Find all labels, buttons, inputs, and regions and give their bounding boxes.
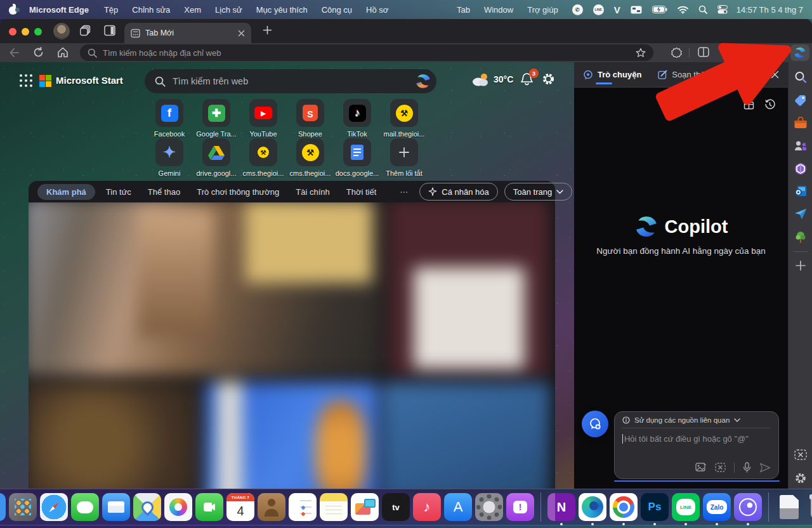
menubar-clock[interactable]: 14:57 Th 5 4 thg 7 — [737, 5, 803, 15]
v-status-icon[interactable]: V — [614, 4, 620, 15]
shortcut-mail-thegioididong[interactable]: ⚒ — [390, 99, 418, 127]
spotlight-search-icon[interactable] — [698, 5, 707, 14]
dock-launchpad[interactable] — [9, 493, 37, 521]
menu-tab[interactable]: Tab — [457, 5, 470, 15]
more-tabs-button[interactable]: ⋯ — [400, 187, 409, 197]
sidebar-screenshot-icon[interactable] — [794, 449, 807, 460]
settings-gear-icon[interactable] — [542, 72, 555, 86]
copilot-colorful-icon[interactable] — [415, 73, 431, 89]
viber-status-icon[interactable]: ✆ — [572, 4, 583, 15]
shortcut-google-docs[interactable] — [343, 138, 371, 166]
tab-actions-icon[interactable] — [104, 25, 115, 36]
close-copilot-icon[interactable] — [771, 70, 779, 79]
menu-help[interactable]: Trợ giúp — [527, 5, 558, 15]
address-bar[interactable] — [80, 44, 653, 61]
shortcut-google-translate[interactable]: ✚ — [202, 99, 230, 127]
menu-file[interactable]: Tệp — [104, 5, 118, 15]
start-brand[interactable]: Microsoft Start — [56, 75, 123, 86]
weather-widget[interactable]: 30°C — [471, 72, 513, 87]
dock-facetime[interactable] — [195, 493, 223, 521]
dock-maps[interactable] — [133, 493, 161, 521]
mic-icon[interactable] — [743, 462, 751, 473]
web-search-input[interactable] — [173, 76, 408, 86]
sidebar-drop-icon[interactable] — [794, 208, 807, 220]
wifi-icon[interactable] — [678, 6, 688, 14]
full-page-button[interactable]: Toàn trang — [504, 183, 572, 201]
shortcut-cms-1[interactable]: ⚒ — [249, 138, 277, 166]
shortcut-facebook[interactable]: f — [155, 99, 183, 127]
sidebar-search-icon[interactable] — [794, 71, 806, 83]
app-launcher-grid-icon[interactable] — [19, 74, 33, 88]
control-center-icon[interactable] — [717, 5, 728, 14]
history-icon[interactable] — [764, 99, 775, 110]
dock-messages[interactable] — [71, 493, 99, 521]
dock-mail[interactable] — [102, 493, 130, 521]
dock-music[interactable]: ♪ — [413, 493, 441, 521]
dock-zalo[interactable] — [703, 493, 731, 521]
address-input[interactable] — [103, 48, 630, 58]
sidebar-games-icon[interactable] — [794, 140, 807, 152]
menu-window[interactable]: Window — [484, 5, 513, 15]
dock-appletv[interactable]: tv — [382, 493, 410, 521]
dock-edge[interactable] — [579, 493, 606, 521]
sidebar-m365-icon[interactable] — [794, 162, 807, 175]
shortcut-cms-2[interactable]: ⚒ — [296, 138, 324, 166]
dock-finder[interactable] — [0, 493, 6, 521]
dock-notes[interactable] — [320, 493, 348, 521]
tab-finance[interactable]: Tài chính — [296, 187, 329, 197]
dock-onenote[interactable]: N — [547, 493, 575, 521]
collections-icon[interactable] — [722, 47, 734, 58]
dock-calendar[interactable]: THÁNG 74 — [226, 493, 254, 521]
workspaces-icon[interactable] — [80, 25, 92, 37]
dock-viber[interactable] — [734, 493, 762, 521]
minimize-window-button[interactable] — [22, 28, 29, 36]
menu-edit[interactable]: Chỉnh sửa — [132, 5, 170, 15]
back-icon[interactable] — [9, 48, 20, 58]
sidebar-outlook-icon[interactable] — [794, 185, 807, 197]
copilot-toolbar-button[interactable] — [790, 44, 809, 61]
news-feed[interactable] — [29, 202, 555, 489]
apple-menu-icon[interactable] — [9, 4, 18, 15]
home-icon[interactable] — [57, 47, 69, 58]
sidebar-add-icon[interactable] — [795, 260, 806, 271]
whats-new-gift-icon[interactable] — [743, 99, 754, 110]
menu-tools[interactable]: Công cụ — [322, 5, 352, 15]
menubar-app-name[interactable]: Microsoft Edge — [29, 5, 89, 15]
shortcut-tiktok[interactable]: ♪ — [343, 99, 371, 127]
add-shortcut-tile[interactable] — [390, 138, 418, 166]
dock-document[interactable] — [775, 493, 803, 521]
dock-freeform[interactable] — [351, 493, 379, 521]
dock-line[interactable] — [672, 493, 700, 521]
tab-news[interactable]: Tin tức — [106, 187, 131, 197]
dock-contacts[interactable] — [258, 493, 285, 521]
favorite-star-icon[interactable] — [636, 48, 646, 58]
shortcut-gemini[interactable]: ✦ — [155, 138, 183, 166]
dock-photos[interactable] — [164, 493, 192, 521]
dock-tips[interactable] — [506, 493, 534, 521]
sidebar-tree-icon[interactable] — [795, 231, 806, 244]
active-tab[interactable]: Tab Mới — [124, 23, 251, 43]
new-tab-button[interactable] — [263, 25, 272, 35]
shortcut-shopee[interactable]: S — [296, 99, 324, 127]
browser-essentials-icon[interactable] — [671, 47, 682, 58]
dock-chrome[interactable] — [610, 493, 638, 521]
battery-icon[interactable] — [652, 6, 667, 13]
shortcut-google-drive[interactable] — [202, 138, 230, 166]
dock-system-settings[interactable] — [475, 493, 503, 521]
dock-appstore[interactable]: A — [444, 493, 472, 521]
add-image-icon[interactable] — [695, 463, 707, 473]
zoom-window-button[interactable] — [34, 28, 42, 36]
split-screen-icon[interactable] — [698, 47, 709, 57]
menu-view[interactable]: Xem — [184, 5, 201, 15]
sidebar-shopping-tag-icon[interactable] — [794, 94, 807, 107]
personalize-button[interactable]: Cá nhân hóa — [419, 183, 497, 201]
reload-icon[interactable] — [33, 47, 44, 58]
profile-avatar[interactable] — [53, 23, 70, 39]
menu-history[interactable]: Lịch sử — [215, 5, 242, 15]
screenshot-icon[interactable] — [715, 463, 726, 472]
dock-trash[interactable] — [806, 493, 812, 521]
menu-profile[interactable]: Hồ sơ — [366, 5, 388, 15]
close-window-button[interactable] — [9, 28, 16, 36]
tab-casual-games[interactable]: Trò chơi thông thường — [197, 187, 279, 197]
sources-selector[interactable]: Sử dụng các nguồn liên quan — [622, 416, 771, 428]
